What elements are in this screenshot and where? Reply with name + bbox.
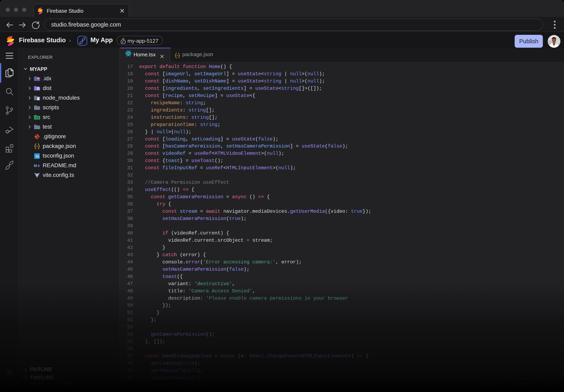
svg-text:TS: TS: [35, 155, 39, 158]
svg-text:M: M: [34, 164, 37, 168]
